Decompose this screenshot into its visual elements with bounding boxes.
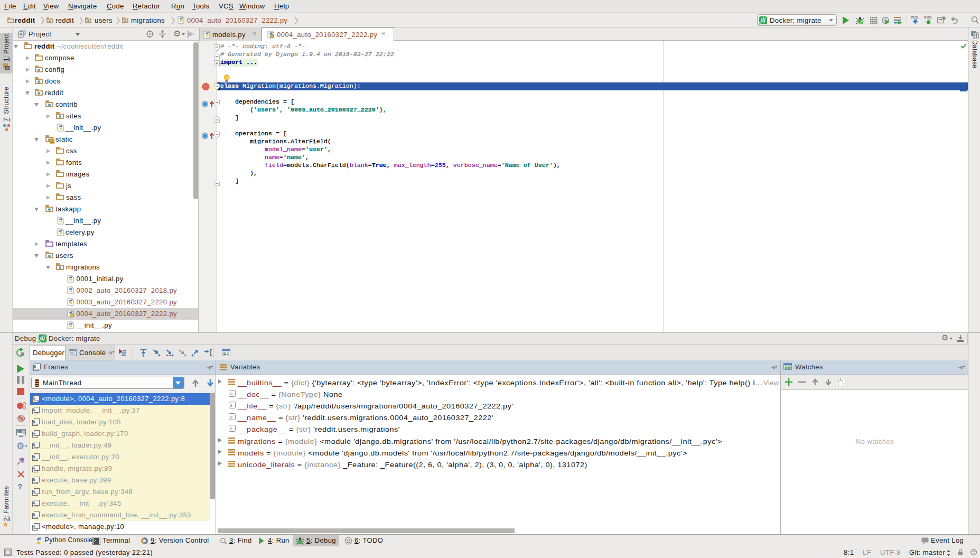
svg-text:8: 8 bbox=[230, 403, 233, 408]
svg-text:VCS: VCS bbox=[911, 15, 919, 19]
svg-text:8: 8 bbox=[230, 415, 233, 420]
svg-text:8: 8 bbox=[230, 426, 233, 431]
svg-text:8: 8 bbox=[230, 392, 233, 396]
svg-text:VCS: VCS bbox=[924, 15, 932, 19]
